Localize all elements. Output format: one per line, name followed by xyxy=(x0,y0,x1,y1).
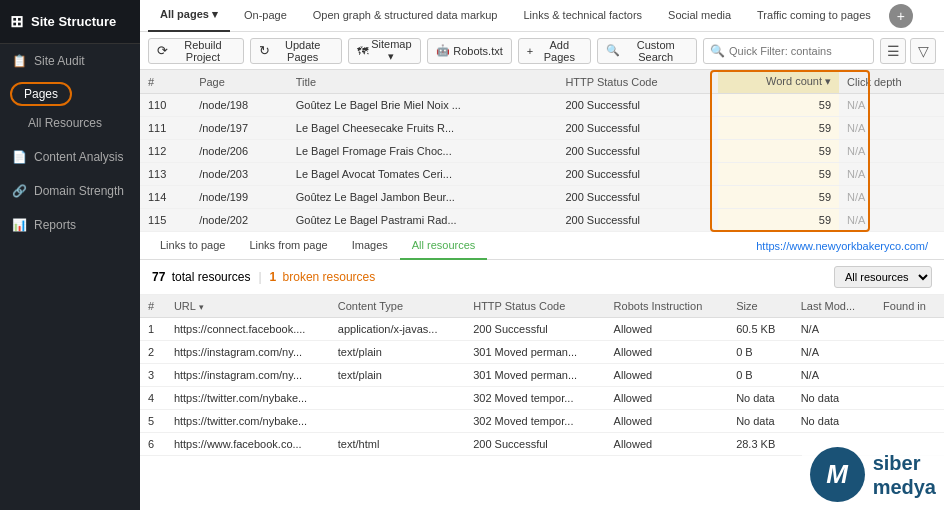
robots-button[interactable]: 🤖 Robots.txt xyxy=(427,38,512,64)
res-found xyxy=(875,410,944,433)
page-url[interactable]: /node/199 xyxy=(191,186,288,209)
res-type: text/plain xyxy=(330,341,465,364)
res-url[interactable]: https://twitter.com/nybake... xyxy=(166,410,330,433)
page-word-count: 59 xyxy=(718,117,839,140)
res-robots: Allowed xyxy=(606,410,729,433)
page-url[interactable]: /node/198 xyxy=(191,94,288,117)
res-url[interactable]: https://connect.facebook.... xyxy=(166,318,330,341)
res-url[interactable]: https://instagram.com/ny... xyxy=(166,341,330,364)
sidebar-logo-label: Site Structure xyxy=(31,14,116,29)
custom-search-icon: 🔍 xyxy=(606,44,620,57)
search-input[interactable] xyxy=(729,45,867,57)
res-num: 6 xyxy=(140,433,166,456)
res-num: 3 xyxy=(140,364,166,387)
tab-traffic[interactable]: Traffic coming to pages xyxy=(745,0,883,32)
main-content: All pages ▾ On-page Open graph & structu… xyxy=(140,0,944,510)
table-row: 111 /node/197 Le Bagel Cheesecake Fruits… xyxy=(140,117,944,140)
res-robots: Allowed xyxy=(606,364,729,387)
page-num: 112 xyxy=(140,140,191,163)
res-lastmod: No data xyxy=(793,387,875,410)
sidebar-item-content-analysis-label: Content Analysis xyxy=(34,150,123,164)
page-word-count: 59 xyxy=(718,94,839,117)
update-pages-icon: ↻ xyxy=(259,43,270,58)
res-size: 0 B xyxy=(728,364,793,387)
res-found: </td> xyxy=(875,318,944,341)
page-num: 110 xyxy=(140,94,191,117)
page-click-depth: N/A xyxy=(839,94,944,117)
tab-links-to[interactable]: Links to page xyxy=(148,232,237,260)
table-row: 113 /node/203 Le Bagel Avocat Tomates Ce… xyxy=(140,163,944,186)
resource-row: 4 https://twitter.com/nybake... 302 Move… xyxy=(140,387,944,410)
page-url[interactable]: /node/202 xyxy=(191,209,288,232)
page-word-count: 59 xyxy=(718,186,839,209)
res-lastmod: N/A xyxy=(793,318,875,341)
tab-images[interactable]: Images xyxy=(340,232,400,260)
add-pages-button[interactable]: + Add Pages xyxy=(518,38,592,64)
page-num: 111 xyxy=(140,117,191,140)
rebuild-project-button[interactable]: ⟳ Rebuild Project xyxy=(148,38,244,64)
custom-search-button[interactable]: 🔍 Custom Search xyxy=(597,38,697,64)
sidebar-item-domain-strength[interactable]: 🔗 Domain Strength xyxy=(0,174,140,208)
pages-nav-item[interactable]: Pages xyxy=(10,82,130,106)
sidebar-item-site-audit[interactable]: 📋 Site Audit xyxy=(0,44,140,78)
sitemap-button[interactable]: 🗺 Sitemap ▾ xyxy=(348,38,422,64)
res-robots: Allowed xyxy=(606,318,729,341)
list-view-button[interactable]: ☰ xyxy=(880,38,906,64)
res-lastmod: N/A xyxy=(793,341,875,364)
tab-all-pages[interactable]: All pages ▾ xyxy=(148,0,230,32)
broken-resources-count[interactable]: 1 broken resources xyxy=(270,270,376,284)
res-col-url: URL ▾ xyxy=(166,295,330,318)
page-click-depth: N/A xyxy=(839,186,944,209)
sidebar-item-reports[interactable]: 📊 Reports xyxy=(0,208,140,242)
table-row: 112 /node/206 Le Bagel Fromage Frais Cho… xyxy=(140,140,944,163)
res-status: 301 Moved perman... xyxy=(465,341,605,364)
robots-icon: 🤖 xyxy=(436,44,450,57)
page-status: 200 Successful xyxy=(557,94,718,117)
res-url[interactable]: https://www.facebook.co... xyxy=(166,433,330,456)
res-type xyxy=(330,410,465,433)
sidebar-item-reports-label: Reports xyxy=(34,218,76,232)
res-col-status: HTTP Status Code xyxy=(465,295,605,318)
res-robots: Allowed xyxy=(606,341,729,364)
total-resources-count: 77 total resources xyxy=(152,270,250,284)
sidebar-logo: ⊞ Site Structure xyxy=(0,0,140,44)
tab-all-resources-bottom[interactable]: All resources xyxy=(400,232,488,260)
filter-button[interactable]: ▽ xyxy=(910,38,936,64)
search-icon: 🔍 xyxy=(710,44,725,58)
page-status: 200 Successful xyxy=(557,186,718,209)
res-col-size: Size xyxy=(728,295,793,318)
tab-social-media[interactable]: Social media xyxy=(656,0,743,32)
page-url[interactable]: /node/203 xyxy=(191,163,288,186)
col-header-word-count[interactable]: Word count ▾ xyxy=(718,70,839,94)
res-found xyxy=(875,387,944,410)
update-pages-button[interactable]: ↻ Update Pages xyxy=(250,38,342,64)
sidebar-item-content-analysis[interactable]: 📄 Content Analysis xyxy=(0,140,140,174)
page-word-count: 59 xyxy=(718,163,839,186)
res-type: text/plain xyxy=(330,364,465,387)
tab-links-from[interactable]: Links from page xyxy=(237,232,339,260)
page-url[interactable]: /node/197 xyxy=(191,117,288,140)
quick-filter-search[interactable]: 🔍 xyxy=(703,38,874,64)
res-size: 28.3 KB xyxy=(728,433,793,456)
toolbar: ⟳ Rebuild Project ↻ Update Pages 🗺 Sitem… xyxy=(140,32,944,70)
sidebar-item-all-resources[interactable]: All Resources xyxy=(0,110,140,136)
resources-filter-select[interactable]: All resources Images Scripts Stylesheets xyxy=(834,266,932,288)
tab-on-page[interactable]: On-page xyxy=(232,0,299,32)
sidebar-item-site-audit-label: Site Audit xyxy=(34,54,85,68)
pages-label[interactable]: Pages xyxy=(10,82,72,106)
tab-open-graph[interactable]: Open graph & structured data markup xyxy=(301,0,510,32)
bottom-tabs: Links to page Links from page Images All… xyxy=(140,232,944,260)
tab-links-technical[interactable]: Links & technical factors xyxy=(511,0,654,32)
website-link[interactable]: https://www.newyorkbakeryco.com/ xyxy=(748,236,936,256)
page-url[interactable]: /node/206 xyxy=(191,140,288,163)
page-status: 200 Successful xyxy=(557,163,718,186)
bottom-section: Links to page Links from page Images All… xyxy=(140,232,944,510)
res-found xyxy=(875,364,944,387)
reports-icon: 📊 xyxy=(12,218,26,232)
res-url[interactable]: https://instagram.com/ny... xyxy=(166,364,330,387)
res-url[interactable]: https://twitter.com/nybake... xyxy=(166,387,330,410)
add-tab-button[interactable]: + xyxy=(889,4,913,28)
col-header-page: Page xyxy=(191,70,288,94)
res-num: 4 xyxy=(140,387,166,410)
resources-filter[interactable]: All resources Images Scripts Stylesheets xyxy=(834,266,932,288)
